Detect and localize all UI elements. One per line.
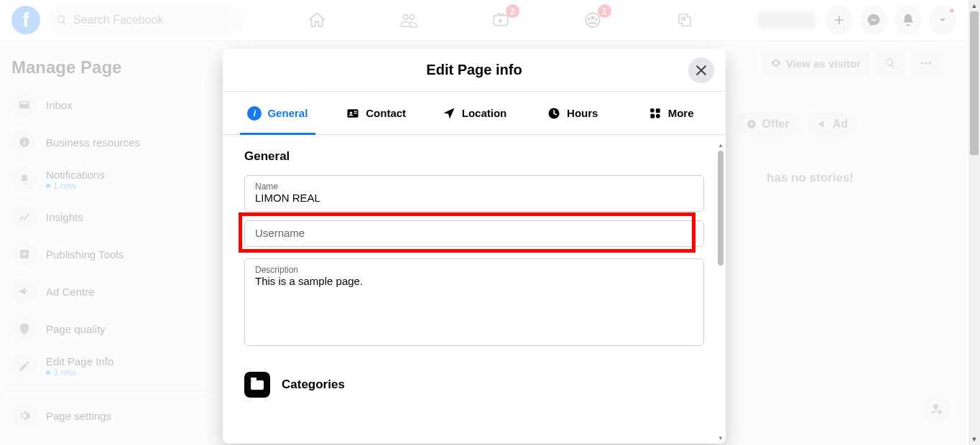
info-icon: i (247, 106, 262, 121)
window-scrollbar[interactable]: ▲ ▼ (969, 0, 980, 445)
section-general-title: General (244, 149, 704, 164)
close-button[interactable] (688, 57, 714, 83)
svg-rect-16 (354, 111, 357, 111)
location-icon (442, 106, 456, 121)
clock-icon (547, 106, 561, 121)
categories-section: Categories (244, 372, 704, 398)
contact-icon (346, 106, 360, 121)
scroll-down-icon: ▼ (969, 434, 980, 445)
tab-contact[interactable]: Contact (327, 92, 425, 134)
folder-icon (244, 372, 270, 398)
tab-hours[interactable]: Hours (523, 92, 621, 134)
modal-body: General Name LIMON REAL Username Descrip… (223, 135, 726, 444)
description-field[interactable]: Description This is a sample page. (244, 258, 704, 346)
modal-title: Edit Page info (426, 62, 522, 78)
scroll-thumb[interactable] (718, 151, 724, 266)
tab-location[interactable]: Location (425, 92, 524, 134)
scroll-up-icon: ▲ (717, 141, 724, 149)
close-icon (694, 63, 708, 78)
more-icon (648, 106, 662, 121)
modal-header: Edit Page info (223, 49, 726, 92)
modal-scrollbar[interactable]: ▲ ▼ (717, 141, 724, 442)
svg-point-15 (350, 111, 352, 113)
tab-general[interactable]: i General (228, 92, 327, 134)
svg-rect-21 (650, 113, 655, 118)
name-field[interactable]: Name LIMON REAL (244, 175, 704, 212)
edit-page-modal: Edit Page info i General Contact Locatio… (223, 49, 726, 444)
svg-rect-20 (655, 108, 660, 113)
scroll-up-icon: ▲ (969, 0, 980, 11)
scroll-down-icon: ▼ (717, 434, 724, 442)
modal-tabs: i General Contact Location Hours More (223, 92, 726, 135)
scroll-thumb[interactable] (970, 11, 979, 155)
svg-point-19 (650, 108, 655, 112)
svg-rect-17 (354, 113, 357, 113)
svg-point-22 (655, 113, 660, 118)
tab-more[interactable]: More (621, 92, 720, 134)
username-field[interactable]: Username (244, 220, 704, 247)
